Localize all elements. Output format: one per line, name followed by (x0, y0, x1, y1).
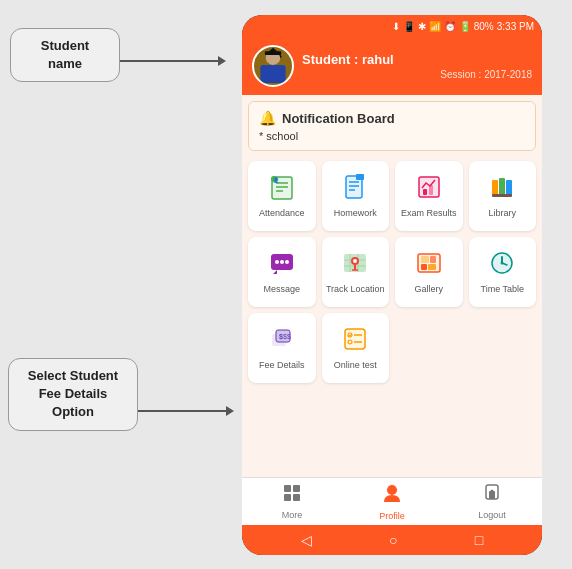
timetable-label: Time Table (480, 284, 524, 295)
attendance-icon: 👤 (269, 174, 295, 204)
grid-row-2: Message (248, 237, 536, 307)
message-button[interactable]: Message (248, 237, 316, 307)
svg-rect-22 (492, 194, 512, 197)
timetable-button[interactable]: Time Table (469, 237, 537, 307)
svg-rect-49 (284, 485, 291, 492)
battery-percent: 80% (474, 21, 494, 32)
android-nav: ◁ ○ □ (242, 525, 542, 555)
app-header: Student : rahul Session : 2017-2018 (242, 37, 542, 95)
gallery-label: Gallery (414, 284, 443, 295)
svg-point-25 (275, 260, 279, 264)
gallery-button[interactable]: Gallery (395, 237, 463, 307)
callout-fee-details-text: Select Student Fee Details Option (28, 368, 118, 419)
home-button[interactable]: ○ (389, 532, 397, 548)
svg-rect-21 (506, 180, 512, 196)
homework-icon (342, 174, 368, 204)
gallery-icon (416, 250, 442, 280)
svg-point-39 (501, 261, 504, 264)
svg-point-30 (353, 259, 357, 263)
svg-marker-3 (267, 48, 280, 53)
attendance-label: Attendance (259, 208, 305, 219)
bluetooth-icon: ✱ (418, 21, 426, 32)
fee-details-label: Fee Details (259, 360, 305, 371)
homework-button[interactable]: Homework (322, 161, 390, 231)
phone-frame: ⬇ 📱 ✱ 📶 ⏰ 🔋 80% 3:33 PM (242, 15, 542, 555)
online-test-label: Online test (334, 360, 377, 371)
fee-details-button[interactable]: $ $$ Fee Details (248, 313, 316, 383)
status-icons: ⬇ 📱 ✱ 📶 ⏰ 🔋 80% 3:33 PM (392, 21, 534, 32)
svg-rect-1 (260, 65, 285, 83)
callout-student-name-text: Student name (41, 38, 89, 71)
alarm-icon: ⏰ (444, 21, 456, 32)
library-label: Library (488, 208, 516, 219)
svg-rect-35 (428, 264, 436, 270)
svg-rect-34 (421, 264, 427, 270)
fee-details-icon: $ $$ (269, 326, 295, 356)
session-label: Session : 2017-2018 (302, 69, 532, 80)
recent-button[interactable]: □ (475, 532, 483, 548)
svg-point-53 (387, 485, 397, 495)
track-location-button[interactable]: Track Location (322, 237, 390, 307)
bottom-nav: More Profile (242, 477, 542, 525)
whatsapp-icon: 📱 (403, 21, 415, 32)
library-icon (489, 174, 515, 204)
svg-rect-19 (492, 180, 498, 196)
bell-icon: 🔔 (259, 110, 276, 126)
header-info: Student : rahul Session : 2017-2018 (302, 52, 532, 80)
nav-more[interactable]: More (242, 479, 342, 524)
download-icon: ⬇ (392, 21, 400, 32)
profile-icon (381, 482, 403, 509)
svg-point-56 (491, 490, 494, 493)
timetable-icon (489, 250, 515, 280)
svg-rect-51 (284, 494, 291, 501)
svg-rect-44 (345, 329, 365, 349)
callout-fee-details: Select Student Fee Details Option (8, 358, 138, 431)
track-location-label: Track Location (326, 284, 385, 295)
message-label: Message (263, 284, 300, 295)
battery-icon: 🔋 (459, 21, 471, 32)
svg-text:👤: 👤 (272, 176, 279, 183)
screen: Student : rahul Session : 2017-2018 🔔 No… (242, 37, 542, 525)
svg-rect-20 (499, 178, 505, 196)
svg-text:$$: $$ (283, 333, 291, 340)
exam-icon (416, 174, 442, 204)
svg-rect-32 (421, 256, 429, 263)
nav-profile-label: Profile (379, 511, 405, 521)
attendance-button[interactable]: 👤 Attendance (248, 161, 316, 231)
arrow-fee-details (138, 410, 228, 412)
svg-rect-50 (293, 485, 300, 492)
grid-section: 👤 Attendance (242, 157, 542, 477)
student-name-label: Student : rahul (302, 52, 532, 67)
callout-student-name: Student name (10, 28, 120, 82)
nav-logout[interactable]: Logout (442, 479, 542, 524)
signal-icon: 📶 (429, 21, 441, 32)
track-location-icon (342, 250, 368, 280)
nav-profile[interactable]: Profile (342, 478, 442, 525)
library-button[interactable]: Library (469, 161, 537, 231)
notif-item: * school (259, 130, 525, 142)
message-icon (269, 250, 295, 280)
svg-rect-17 (423, 189, 427, 195)
nav-more-label: More (282, 510, 303, 520)
svg-point-27 (285, 260, 289, 264)
svg-marker-24 (273, 270, 277, 274)
more-icon (282, 483, 302, 508)
nav-logout-label: Logout (478, 510, 506, 520)
svg-rect-52 (293, 494, 300, 501)
student-avatar (252, 45, 294, 87)
notif-title-row: 🔔 Notification Board (259, 110, 525, 126)
grid-row-1: 👤 Attendance (248, 161, 536, 231)
status-bar: ⬇ 📱 ✱ 📶 ⏰ 🔋 80% 3:33 PM (242, 15, 542, 37)
time-display: 3:33 PM (497, 21, 534, 32)
notif-title: Notification Board (282, 111, 395, 126)
notification-board: 🔔 Notification Board * school (248, 101, 536, 151)
online-test-button[interactable]: Online test (322, 313, 390, 383)
homework-label: Homework (334, 208, 377, 219)
exam-results-button[interactable]: Exam Results (395, 161, 463, 231)
back-button[interactable]: ◁ (301, 532, 312, 548)
arrow-student-name (120, 60, 220, 62)
svg-point-26 (280, 260, 284, 264)
svg-rect-33 (430, 256, 436, 263)
online-test-icon (342, 326, 368, 356)
exam-results-label: Exam Results (401, 208, 457, 219)
